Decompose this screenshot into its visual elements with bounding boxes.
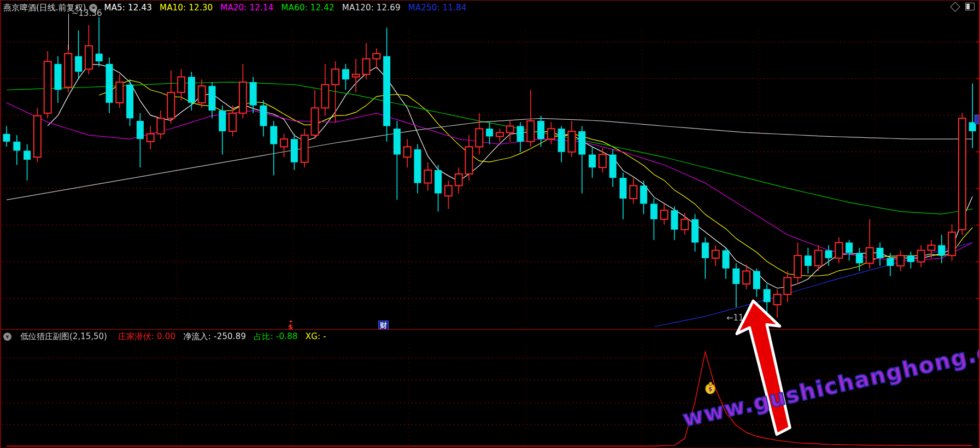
indicator-collapse-chevron-icon[interactable]: ▾ xyxy=(3,333,11,341)
ma-value-4: MA120: 12.69 xyxy=(342,3,401,13)
ma-value-1: MA10: 12.30 xyxy=(160,3,213,13)
main-chart-header: 燕京啤酒(日线.前复权) ▾ MA5: 12.43MA10: 12.30MA20… xyxy=(1,1,979,15)
ma-value-3: MA60: 12.42 xyxy=(281,3,335,13)
indicator-field-1: 净流入: -250.89 xyxy=(183,331,246,342)
ma-values-row: MA5: 12.43MA10: 12.30MA20: 12.14MA60: 12… xyxy=(104,3,466,13)
indicator-field-0: 庄家潜伏: 0.00 xyxy=(118,331,175,342)
indicator-fields-row: 庄家潜伏: 0.00净流入: -250.89占比: -0.88XG: - xyxy=(118,331,326,342)
money-bag-icon: $ xyxy=(705,383,715,394)
ma-value-0: MA5: 12.43 xyxy=(104,3,152,13)
stock-app-window: 燕京啤酒(日线.前复权) ▾ MA5: 12.43MA10: 12.30MA20… xyxy=(0,0,980,448)
finance-marker[interactable]: 财 xyxy=(378,321,389,330)
indicator-field-2: 占比: -0.88 xyxy=(254,331,297,342)
high-annotation-leader-line xyxy=(68,14,69,50)
split-window-icon[interactable] xyxy=(965,3,975,10)
ma-value-5: MA250: 11.84 xyxy=(408,3,467,13)
indicator-name: 低位猎庄副图(2,15,50) xyxy=(20,331,107,342)
low-price-annotation: ←11 xyxy=(726,313,744,323)
indicator-panel-header: ▾ 低位猎庄副图(2,15,50) 庄家潜伏: 0.00净流入: -250.89… xyxy=(1,330,979,344)
indicator-field-3: XG: - xyxy=(306,331,326,342)
high-price-annotation: ~13.36 xyxy=(72,8,102,18)
diamond-icon[interactable] xyxy=(950,2,960,11)
current-price-tag xyxy=(975,115,980,124)
main-candlestick-canvas[interactable] xyxy=(2,15,980,329)
ma-value-2: MA20: 12.14 xyxy=(220,3,273,13)
header-corner-icons xyxy=(952,3,975,10)
